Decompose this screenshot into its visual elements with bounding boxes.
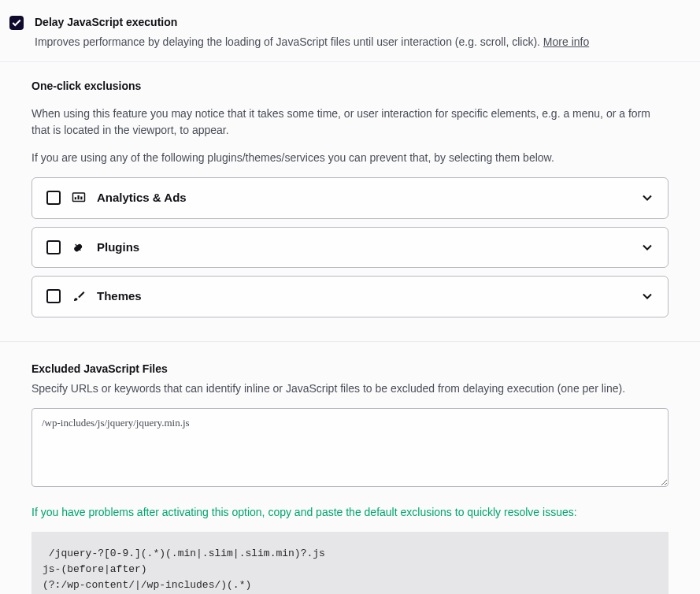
delay-js-checkbox[interactable] [9, 16, 24, 30]
excluded-section: Excluded JavaScript Files Specify URLs o… [0, 342, 700, 595]
plug-icon [72, 240, 86, 254]
delay-js-section: Delay JavaScript execution Improves perf… [0, 0, 700, 61]
chevron-down-icon [641, 191, 654, 204]
one-click-desc2: If you are using any of the following pl… [31, 150, 669, 166]
accordion-label: Plugins [97, 239, 630, 257]
accordion-label: Analytics & Ads [97, 189, 630, 207]
svg-rect-1 [75, 198, 76, 200]
check-icon [12, 19, 21, 27]
chevron-down-icon [641, 241, 654, 254]
themes-checkbox[interactable] [46, 289, 61, 303]
accordion-label: Themes [97, 288, 630, 306]
one-click-title: One-click exclusions [31, 78, 669, 95]
excluded-desc: Specify URLs or keywords that can identi… [31, 381, 669, 397]
more-info-link[interactable]: More info [543, 35, 589, 48]
brush-icon [72, 289, 86, 303]
svg-rect-2 [78, 195, 80, 199]
exclusion-hint: If you have problems after activating th… [31, 504, 669, 521]
accordion-themes[interactable]: Themes [31, 276, 669, 317]
analytics-icon [72, 191, 86, 205]
chevron-down-icon [641, 290, 654, 303]
one-click-desc1: When using this feature you may notice t… [31, 106, 669, 139]
analytics-checkbox[interactable] [46, 191, 61, 205]
one-click-section: One-click exclusions When using this fea… [0, 62, 700, 341]
accordion-plugins[interactable]: Plugins [31, 227, 669, 269]
delay-js-desc: Improves performance by delaying the loa… [35, 34, 669, 50]
plugins-checkbox[interactable] [46, 240, 61, 254]
excluded-title: Excluded JavaScript Files [31, 361, 669, 377]
accordion-analytics[interactable]: Analytics & Ads [31, 177, 669, 219]
default-exclusions-code: /jquery-?[0-9.](.*)(.min|.slim|.slim.min… [31, 532, 669, 595]
delay-js-content: Delay JavaScript execution Improves perf… [35, 14, 669, 50]
delay-js-title: Delay JavaScript execution [35, 14, 669, 31]
svg-rect-3 [80, 197, 82, 200]
excluded-files-textarea[interactable] [31, 408, 669, 487]
delay-js-checkbox-row: Delay JavaScript execution Improves perf… [9, 14, 669, 50]
